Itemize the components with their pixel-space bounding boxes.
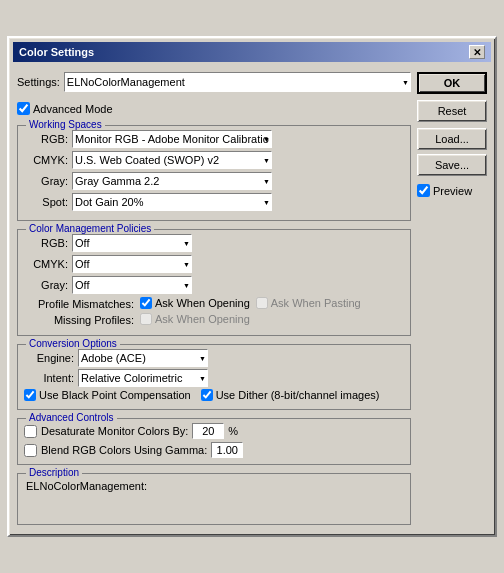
policy-rgb-row: RGB: Off bbox=[24, 234, 404, 252]
conversion-options-label: Conversion Options bbox=[26, 338, 120, 349]
preview-label: Preview bbox=[433, 185, 472, 197]
spot-select-wrap: Dot Gain 20% bbox=[72, 193, 272, 211]
ask-when-opening-label: Ask When Opening bbox=[155, 297, 250, 309]
cmyk-select[interactable]: U.S. Web Coated (SWOP) v2 bbox=[72, 151, 272, 169]
ask-when-opening-row: Ask When Opening bbox=[140, 297, 250, 309]
desaturate-checkbox[interactable] bbox=[24, 425, 37, 438]
intent-row: Intent: Relative Colorimetric bbox=[24, 369, 404, 387]
profile-mismatches-label: Profile Mismatches: bbox=[24, 298, 134, 310]
cmyk-row: CMYK: U.S. Web Coated (SWOP) v2 bbox=[24, 151, 404, 169]
ok-button[interactable]: OK bbox=[417, 72, 487, 94]
blend-input[interactable] bbox=[211, 442, 243, 458]
spot-select[interactable]: Dot Gain 20% bbox=[72, 193, 272, 211]
ask-when-pasting-row: Ask When Pasting bbox=[256, 297, 361, 309]
advanced-controls-group: Advanced Controls Desaturate Monitor Col… bbox=[17, 418, 411, 465]
desaturate-unit: % bbox=[228, 425, 238, 437]
dialog-title: Color Settings bbox=[19, 46, 94, 58]
policy-cmyk-row: CMYK: Off bbox=[24, 255, 404, 273]
ask-when-pasting-checkbox[interactable] bbox=[256, 297, 268, 309]
blend-checkbox[interactable] bbox=[24, 444, 37, 457]
policy-cmyk-select-wrap: Off bbox=[72, 255, 192, 273]
intent-select[interactable]: Relative Colorimetric bbox=[78, 369, 208, 387]
rgb-label: RGB: bbox=[24, 133, 72, 145]
profile-mismatches-row: Profile Mismatches: Ask When Opening Ask… bbox=[24, 297, 404, 311]
settings-select-wrap: ELNoColorManagement bbox=[64, 72, 411, 92]
advanced-mode-label: Advanced Mode bbox=[33, 103, 113, 115]
spot-row: Spot: Dot Gain 20% bbox=[24, 193, 404, 211]
settings-label: Settings: bbox=[17, 76, 60, 88]
rgb-select[interactable]: Monitor RGB - Adobe Monitor Calibration bbox=[72, 130, 272, 148]
engine-select-wrap: Adobe (ACE) bbox=[78, 349, 208, 367]
blend-row: Blend RGB Colors Using Gamma: bbox=[24, 442, 404, 458]
close-icon: ✕ bbox=[473, 47, 481, 58]
description-group: Description ELNoColorManagement: bbox=[17, 473, 411, 525]
preview-checkbox[interactable] bbox=[417, 184, 430, 197]
reset-button[interactable]: Reset bbox=[417, 100, 487, 122]
black-point-label: Use Black Point Compensation bbox=[39, 389, 191, 401]
color-management-policies-group: Color Management Policies RGB: Off CMYK:… bbox=[17, 229, 411, 336]
policy-cmyk-label: CMYK: bbox=[24, 258, 72, 270]
right-panel: OK Reset Load... Save... Preview bbox=[417, 72, 487, 527]
gray-select[interactable]: Gray Gamma 2.2 bbox=[72, 172, 272, 190]
engine-label: Engine: bbox=[24, 352, 74, 364]
policy-gray-label: Gray: bbox=[24, 279, 72, 291]
advanced-controls-inner: Desaturate Monitor Colors By: % Blend RG… bbox=[24, 423, 404, 458]
working-spaces-label: Working Spaces bbox=[26, 119, 105, 130]
desaturate-row: Desaturate Monitor Colors By: % bbox=[24, 423, 404, 439]
advanced-mode-row: Advanced Mode bbox=[17, 102, 411, 115]
settings-select[interactable]: ELNoColorManagement bbox=[64, 72, 411, 92]
dither-row: Use Dither (8-bit/channel images) bbox=[201, 389, 380, 401]
advanced-mode-checkbox[interactable] bbox=[17, 102, 30, 115]
title-bar: Color Settings ✕ bbox=[13, 42, 491, 62]
left-panel: Settings: ELNoColorManagement Advanced M… bbox=[17, 72, 411, 527]
ask-when-pasting-label: Ask When Pasting bbox=[271, 297, 361, 309]
gray-select-wrap: Gray Gamma 2.2 bbox=[72, 172, 272, 190]
policy-gray-select-wrap: Off bbox=[72, 276, 192, 294]
rgb-select-wrap: Monitor RGB - Adobe Monitor Calibration bbox=[72, 130, 272, 148]
ask-when-opening-checkbox[interactable] bbox=[140, 297, 152, 309]
engine-select[interactable]: Adobe (ACE) bbox=[78, 349, 208, 367]
dither-checkbox[interactable] bbox=[201, 389, 213, 401]
gray-label: Gray: bbox=[24, 175, 72, 187]
black-point-row: Use Black Point Compensation bbox=[24, 389, 191, 401]
color-settings-dialog: Color Settings ✕ Settings: ELNoColorMana… bbox=[7, 36, 497, 537]
dither-label: Use Dither (8-bit/channel images) bbox=[216, 389, 380, 401]
missing-profiles-row: Missing Profiles: Ask When Opening bbox=[24, 313, 404, 327]
compensation-row: Use Black Point Compensation Use Dither … bbox=[24, 389, 404, 403]
missing-profiles-label: Missing Profiles: bbox=[24, 314, 134, 326]
description-text: ELNoColorManagement: bbox=[24, 478, 404, 518]
conversion-options-group: Conversion Options Engine: Adobe (ACE) I… bbox=[17, 344, 411, 410]
missing-ask-when-opening-label: Ask When Opening bbox=[155, 313, 250, 325]
spot-label: Spot: bbox=[24, 196, 72, 208]
working-spaces-group: Working Spaces RGB: Monitor RGB - Adobe … bbox=[17, 125, 411, 221]
policy-rgb-label: RGB: bbox=[24, 237, 72, 249]
intent-label: Intent: bbox=[24, 372, 74, 384]
cmyk-select-wrap: U.S. Web Coated (SWOP) v2 bbox=[72, 151, 272, 169]
advanced-controls-label: Advanced Controls bbox=[26, 412, 117, 423]
rgb-row: RGB: Monitor RGB - Adobe Monitor Calibra… bbox=[24, 130, 404, 148]
policy-gray-row: Gray: Off bbox=[24, 276, 404, 294]
desaturate-label: Desaturate Monitor Colors By: bbox=[41, 425, 188, 437]
cmyk-label: CMYK: bbox=[24, 154, 72, 166]
policy-rgb-select-wrap: Off bbox=[72, 234, 192, 252]
load-button[interactable]: Load... bbox=[417, 128, 487, 150]
missing-ask-when-opening-checkbox[interactable] bbox=[140, 313, 152, 325]
close-button[interactable]: ✕ bbox=[469, 45, 485, 59]
save-button[interactable]: Save... bbox=[417, 154, 487, 176]
policy-rgb-select[interactable]: Off bbox=[72, 234, 192, 252]
dialog-content: Settings: ELNoColorManagement Advanced M… bbox=[13, 68, 491, 531]
settings-row: Settings: ELNoColorManagement bbox=[17, 72, 411, 92]
intent-select-wrap: Relative Colorimetric bbox=[78, 369, 208, 387]
color-management-policies-label: Color Management Policies bbox=[26, 223, 154, 234]
preview-row: Preview bbox=[417, 184, 487, 197]
blend-label: Blend RGB Colors Using Gamma: bbox=[41, 444, 207, 456]
desaturate-input[interactable] bbox=[192, 423, 224, 439]
policy-cmyk-select[interactable]: Off bbox=[72, 255, 192, 273]
engine-row: Engine: Adobe (ACE) bbox=[24, 349, 404, 367]
policy-gray-select[interactable]: Off bbox=[72, 276, 192, 294]
missing-ask-when-opening-row: Ask When Opening bbox=[140, 313, 250, 325]
gray-row: Gray: Gray Gamma 2.2 bbox=[24, 172, 404, 190]
black-point-checkbox[interactable] bbox=[24, 389, 36, 401]
description-label: Description bbox=[26, 467, 82, 478]
